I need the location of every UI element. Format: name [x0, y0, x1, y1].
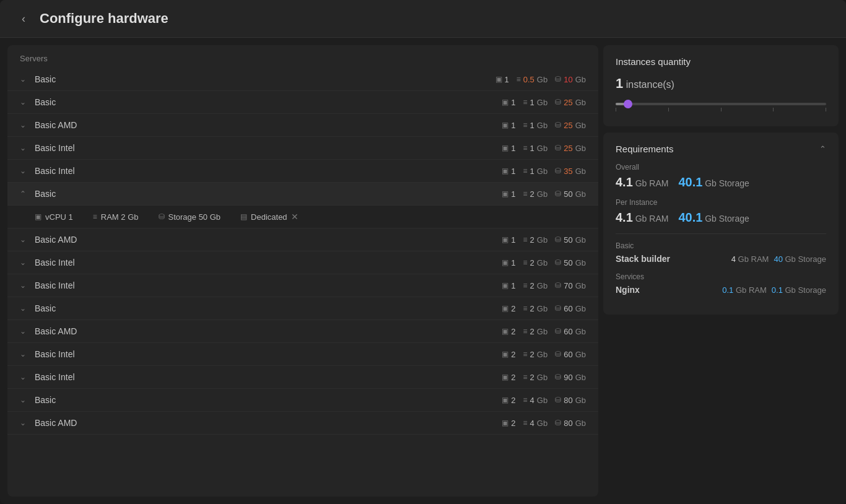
server-list-item[interactable]: ⌄ Basic ▣ 1 ≡ 0.5 Gb ⛁ 10 Gb	[7, 68, 598, 91]
slider-tick	[616, 108, 616, 111]
ram-spec: ≡ 2 Gb	[523, 373, 548, 382]
stack-storage: 40 Gb Storage	[774, 254, 826, 264]
server-row-name: Basic AMD	[35, 418, 502, 428]
vcpu-spec: ▣ 1	[502, 235, 515, 245]
vcpu-value: 1	[511, 144, 515, 153]
stack-section: Basic Stack builder 4 Gb RAM 40 Gb Stora…	[616, 241, 826, 264]
ram-unit: Gb	[537, 304, 547, 313]
per-instance-storage: 40.1 Gb Storage	[678, 211, 749, 225]
slider-tick	[826, 108, 826, 111]
ram-value: 2	[530, 327, 534, 336]
storage-value: 25	[564, 144, 572, 153]
cpu-icon: ▣	[502, 189, 508, 198]
storage-value: 25	[564, 98, 572, 107]
ram-icon: ≡	[523, 350, 528, 358]
storage-value: 90	[564, 373, 572, 382]
ram-value: 2	[530, 258, 534, 267]
storage-spec: ⛁ 35 Gb	[555, 167, 586, 176]
server-list-item[interactable]: ⌄ Basic ▣ 2 ≡ 4 Gb ⛁ 80 Gb	[7, 389, 598, 412]
storage-unit: Gb	[575, 419, 586, 428]
cpu-icon: ▣	[502, 144, 508, 152]
storage-spec: ⛁ 50 Gb	[555, 235, 586, 245]
back-button[interactable]: ‹	[15, 10, 32, 27]
vcpu-spec: ▣ 1	[502, 144, 515, 153]
server-list-item[interactable]: ⌄ Basic ▣ 2 ≡ 2 Gb ⛁ 60 Gb	[7, 297, 598, 320]
requirements-card: Requirements ⌃ Overall 4.1 Gb RAM 40.1 G…	[603, 133, 839, 315]
per-instance-label: Per Instance	[616, 198, 826, 207]
slider-ticks	[616, 108, 826, 111]
server-list-item[interactable]: ⌄ Basic AMD ▣ 2 ≡ 4 Gb ⛁ 80 Gb	[7, 412, 598, 435]
ram-spec: ≡ 1 Gb	[523, 121, 548, 130]
server-list-item[interactable]: ⌄ Basic Intel ▣ 1 ≡ 1 Gb ⛁ 35 Gb	[7, 160, 598, 183]
storage-icon: ⛁	[555, 327, 561, 336]
stack-builder-name: Stack builder	[616, 254, 670, 264]
server-list-item[interactable]: ⌄ Basic Intel ▣ 1 ≡ 2 Gb ⛁ 70 Gb	[7, 274, 598, 297]
ram-value: 1	[530, 144, 534, 153]
storage-spec: ⛁ 25 Gb	[555, 144, 586, 153]
ram-spec: ≡ 2 Gb	[523, 281, 548, 290]
server-list-item[interactable]: ⌄ Basic ▣ 1 ≡ 1 Gb ⛁ 25 Gb	[7, 91, 598, 114]
server-list-item[interactable]: ⌄ Basic AMD ▣ 1 ≡ 1 Gb ⛁ 25 Gb	[7, 114, 598, 137]
ram-value: 0.5	[523, 75, 534, 84]
overall-storage: 40.1 Gb Storage	[678, 175, 749, 189]
server-list-item[interactable]: ⌄ Basic Intel ▣ 1 ≡ 2 Gb ⛁ 50 Gb	[7, 251, 598, 274]
storage-value: 10	[564, 75, 572, 84]
server-list-item[interactable]: ⌃ Basic ▣ 1 ≡ 2 Gb ⛁ 50 Gb	[7, 183, 598, 206]
server-list-item[interactable]: ⌄ Basic AMD ▣ 2 ≡ 2 Gb ⛁ 60 Gb	[7, 320, 598, 343]
ram-unit: Gb	[537, 327, 547, 336]
storage-spec: ⛁ 70 Gb	[555, 281, 586, 290]
detail-vcpu-value: vCPU 1	[45, 212, 73, 222]
server-list-item[interactable]: ⌄ Basic AMD ▣ 1 ≡ 2 Gb ⛁ 50 Gb	[7, 228, 598, 251]
configure-hardware-page: ‹ Configure hardware Servers ⌄ Basic ▣ 1…	[0, 0, 846, 504]
vcpu-spec: ▣ 1	[495, 75, 509, 84]
ram-unit: Gb	[537, 75, 547, 84]
storage-spec: ⛁ 25 Gb	[555, 98, 586, 107]
server-row-specs: ▣ 1 ≡ 1 Gb ⛁ 25 Gb	[502, 144, 586, 153]
server-list-item[interactable]: ⌄ Basic Intel ▣ 2 ≡ 2 Gb ⛁ 60 Gb	[7, 343, 598, 366]
ram-unit: Gb	[537, 235, 547, 245]
cpu-icon: ▣	[502, 281, 508, 290]
overall-section: Overall 4.1 Gb RAM 40.1 Gb Storage	[616, 163, 826, 189]
detail-storage-icon: ⛁	[159, 212, 165, 221]
cpu-icon: ▣	[502, 350, 508, 358]
server-row-name: Basic Intel	[35, 349, 502, 359]
storage-icon: ⛁	[555, 189, 561, 198]
server-row-name: Basic	[35, 395, 502, 405]
page-title: Configure hardware	[40, 11, 168, 27]
server-row-specs: ▣ 2 ≡ 4 Gb ⛁ 80 Gb	[502, 396, 586, 405]
slider-thumb[interactable]	[624, 100, 632, 108]
stack-row: Stack builder 4 Gb RAM 40 Gb Storage	[616, 254, 826, 264]
requirements-chevron-icon[interactable]: ⌃	[819, 144, 826, 154]
vcpu-value: 1	[511, 281, 515, 290]
vcpu-spec: ▣ 1	[502, 281, 515, 290]
ram-value: 2	[530, 189, 534, 199]
server-row-chevron: ⌄	[20, 373, 28, 381]
storage-spec: ⛁ 10 Gb	[555, 75, 586, 84]
vcpu-spec: ▣ 1	[502, 121, 515, 130]
requirements-title: Requirements	[616, 144, 673, 154]
ram-unit: Gb	[537, 396, 547, 405]
storage-unit: Gb	[575, 350, 586, 359]
server-row-name: Basic AMD	[35, 326, 502, 336]
storage-icon: ⛁	[555, 396, 561, 404]
ram-spec: ≡ 2 Gb	[523, 350, 548, 359]
ram-value: 1	[530, 98, 534, 107]
cpu-icon: ▣	[495, 75, 502, 84]
cpu-icon: ▣	[502, 327, 508, 336]
server-list-item[interactable]: ⌄ Basic Intel ▣ 2 ≡ 2 Gb ⛁ 90 Gb	[7, 366, 598, 389]
ram-icon: ≡	[523, 144, 528, 152]
storage-spec: ⛁ 50 Gb	[555, 258, 586, 267]
ram-icon: ≡	[523, 189, 528, 198]
server-list-item[interactable]: ⌄ Basic Intel ▣ 1 ≡ 1 Gb ⛁ 25 Gb	[7, 137, 598, 160]
vcpu-spec: ▣ 2	[502, 396, 515, 405]
vcpu-spec: ▣ 1	[502, 167, 515, 176]
server-row-specs: ▣ 1 ≡ 2 Gb ⛁ 70 Gb	[502, 281, 586, 290]
storage-value: 50	[564, 258, 572, 267]
ram-unit: Gb	[537, 167, 547, 176]
ram-value: 1	[530, 167, 534, 176]
cpu-icon: ▣	[502, 98, 508, 106]
dedicated-remove-button[interactable]: ✕	[291, 212, 299, 222]
ram-unit: Gb	[537, 373, 547, 382]
server-row-specs: ▣ 2 ≡ 4 Gb ⛁ 80 Gb	[502, 419, 586, 428]
storage-value: 50	[564, 235, 572, 245]
